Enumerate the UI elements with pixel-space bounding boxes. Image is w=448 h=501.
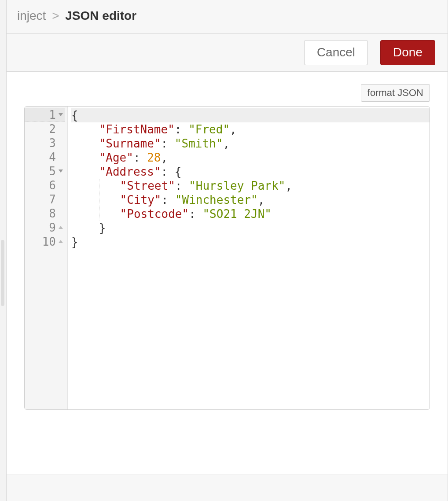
- fold-spacer: [59, 141, 63, 145]
- json-key: "Age": [99, 151, 133, 164]
- line-number: 7: [38, 192, 56, 206]
- fold-spacer: [59, 183, 63, 188]
- gutter-line: 5: [25, 164, 65, 178]
- footer-bar: [7, 475, 448, 501]
- gutter-line: 7: [25, 192, 65, 206]
- fold-close-icon[interactable]: [59, 226, 63, 229]
- json-punct: ,: [223, 137, 230, 150]
- json-editor[interactable]: 12345678910 { "FirstName": "Fred", "Surn…: [24, 106, 430, 410]
- editor-panel: inject > JSON editor Cancel Done format …: [6, 0, 448, 501]
- code-line[interactable]: "Age": 28,: [71, 151, 430, 165]
- fold-spacer: [59, 127, 63, 131]
- cancel-button[interactable]: Cancel: [304, 40, 368, 65]
- gutter-line: 9: [25, 221, 65, 235]
- gutter-line: 6: [25, 178, 65, 192]
- json-punct: : {: [161, 165, 182, 178]
- code-line[interactable]: "Postcode": "SO21 2JN": [71, 207, 430, 221]
- fold-open-icon[interactable]: [59, 169, 63, 173]
- line-number: 9: [38, 221, 56, 235]
- editor-gutter: 12345678910: [25, 107, 68, 409]
- format-json-button[interactable]: format JSON: [361, 84, 430, 102]
- json-number: 28: [147, 151, 161, 164]
- content-area: format JSON 12345678910 { "FirstName": "…: [7, 72, 448, 475]
- line-number: 5: [38, 164, 56, 178]
- fold-spacer: [59, 155, 63, 159]
- code-line[interactable]: "Surname": "Smith",: [71, 136, 430, 151]
- line-number: 6: [38, 178, 56, 192]
- gutter-line: 4: [25, 150, 65, 164]
- json-punct: {: [71, 109, 78, 122]
- code-line[interactable]: "City": "Winchester",: [71, 193, 430, 207]
- fold-spacer: [59, 211, 63, 216]
- side-pad: [0, 33, 6, 500]
- json-punct: :: [161, 137, 175, 150]
- code-line[interactable]: "Street": "Hursley Park",: [71, 179, 430, 193]
- json-key: "Surname": [99, 137, 161, 150]
- gutter-line: 10: [25, 235, 65, 249]
- json-key: "City": [120, 193, 162, 206]
- line-number: 3: [38, 136, 56, 150]
- breadcrumb-parent[interactable]: inject: [17, 9, 46, 22]
- json-punct: :: [162, 193, 175, 206]
- fold-open-icon[interactable]: [59, 113, 63, 116]
- gutter-line: 3: [25, 136, 65, 150]
- toolbar: Cancel Done: [7, 34, 448, 72]
- fold-spacer: [59, 197, 63, 202]
- code-line[interactable]: "Address": {: [71, 165, 430, 179]
- line-number: 8: [38, 206, 56, 221]
- editor-code[interactable]: { "FirstName": "Fred", "Surname": "Smith…: [68, 107, 430, 409]
- json-punct: ,: [230, 123, 237, 136]
- scroll-thumb[interactable]: [1, 240, 4, 306]
- json-punct: }: [71, 236, 78, 249]
- json-punct: :: [175, 123, 188, 136]
- json-punct: ,: [285, 179, 292, 192]
- code-line[interactable]: }: [71, 235, 430, 249]
- json-punct: :: [133, 151, 147, 164]
- line-number: 10: [38, 235, 56, 249]
- gutter-line: 8: [25, 206, 65, 221]
- json-key: "Postcode": [120, 207, 189, 221]
- gutter-line: 1: [25, 108, 65, 122]
- done-button[interactable]: Done: [380, 40, 435, 65]
- json-punct: ,: [161, 151, 168, 164]
- breadcrumb-separator: >: [52, 9, 59, 22]
- json-string: "Fred": [188, 123, 230, 136]
- json-punct: ,: [258, 193, 265, 206]
- json-key: "Address": [99, 165, 161, 178]
- line-number: 1: [38, 108, 56, 122]
- json-string: "Smith": [175, 137, 223, 150]
- json-string: "Winchester": [175, 193, 258, 206]
- json-key: "Street": [120, 179, 175, 192]
- json-punct: :: [175, 179, 189, 192]
- line-number: 4: [38, 150, 56, 164]
- json-punct: }: [99, 221, 106, 235]
- line-number: 2: [38, 122, 56, 136]
- json-punct: :: [189, 207, 202, 221]
- code-line[interactable]: "FirstName": "Fred",: [71, 122, 430, 136]
- fold-close-icon[interactable]: [59, 240, 63, 243]
- code-line[interactable]: {: [71, 108, 430, 122]
- gutter-line: 2: [25, 122, 65, 136]
- breadcrumb: inject > JSON editor: [7, 0, 448, 34]
- json-string: "SO21 2JN": [202, 207, 272, 221]
- json-string: "Hursley Park": [189, 179, 285, 192]
- code-line[interactable]: }: [71, 221, 430, 235]
- json-key: "FirstName": [99, 123, 175, 136]
- breadcrumb-current: JSON editor: [65, 9, 136, 22]
